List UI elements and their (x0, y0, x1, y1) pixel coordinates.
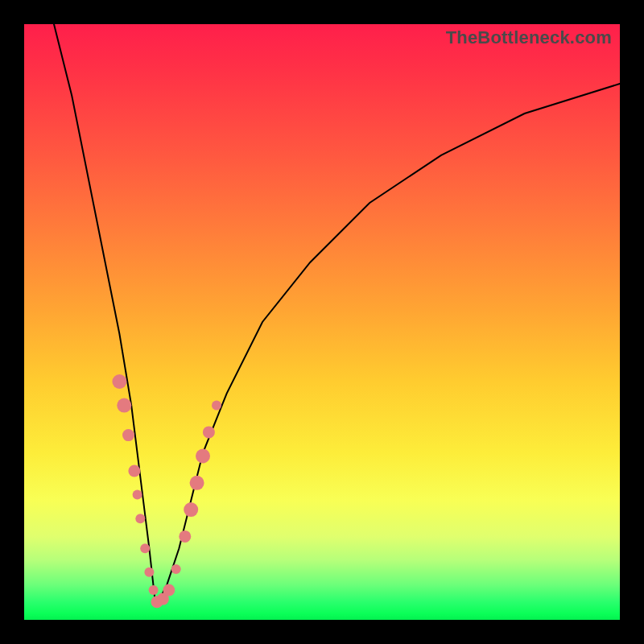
highlight-marker (184, 502, 198, 517)
highlight-marker (179, 530, 191, 543)
highlight-marker (190, 476, 204, 490)
highlight-marker (203, 426, 215, 438)
marker-group (112, 374, 221, 608)
highlight-marker (212, 401, 221, 411)
highlight-marker (122, 429, 134, 441)
chart-stage: TheBottleneck.com (0, 0, 644, 644)
highlight-marker (112, 374, 126, 389)
highlight-marker (149, 585, 159, 595)
highlight-marker (163, 584, 175, 597)
highlight-marker (135, 514, 145, 523)
highlight-marker (133, 490, 142, 500)
highlight-marker (144, 568, 154, 577)
highlight-marker (128, 465, 140, 477)
highlight-marker (196, 449, 210, 464)
highlight-marker (140, 543, 150, 553)
highlight-marker (117, 398, 131, 413)
highlight-marker (171, 564, 181, 574)
plot-area: TheBottleneck.com (24, 24, 620, 620)
curve-svg (24, 24, 620, 620)
